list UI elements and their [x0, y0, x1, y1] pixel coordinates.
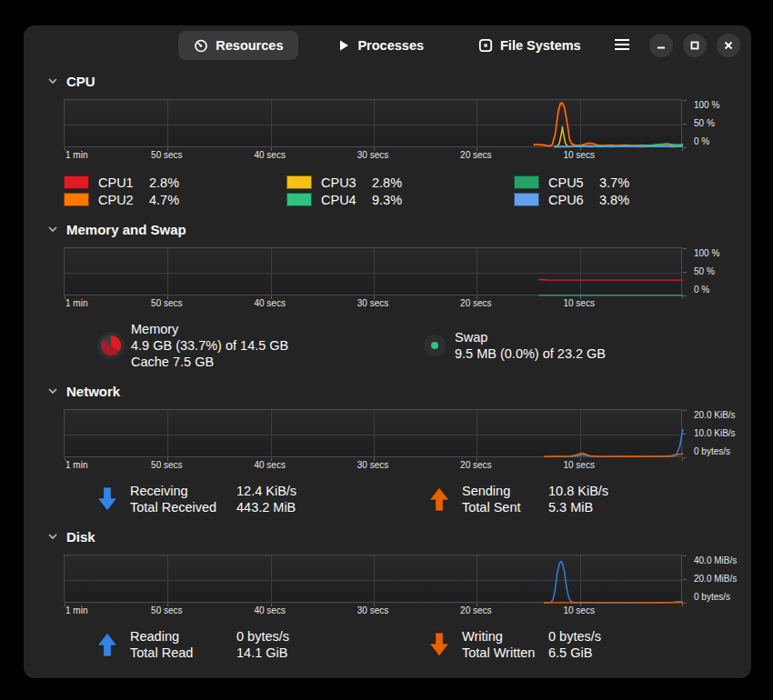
cpu2-color-swatch: [64, 193, 89, 206]
tab-processes[interactable]: Processes: [322, 31, 439, 60]
minimize-button[interactable]: [649, 34, 673, 57]
y-axis-tick-label: 50 %: [694, 266, 715, 276]
memory-chart-y-axis: 100 %50 %0 %: [688, 247, 751, 295]
memory-chart-x-axis: 1 min50 secs40 secs30 secs20 secs10 secs: [64, 298, 682, 310]
x-axis-tick-label: 40 secs: [254, 605, 285, 615]
x-axis-tick-label: 20 secs: [460, 460, 491, 470]
network-chart-y-axis: 20.0 KiB/s10.0 KiB/s0 bytes/s: [688, 409, 751, 457]
tab-resources[interactable]: Resources: [178, 31, 298, 60]
chevron-down-icon: [47, 224, 58, 235]
cpu-chart: 100 %50 %0 % 1 min50 secs40 secs30 secs2…: [64, 99, 682, 162]
network-section-header[interactable]: Network: [47, 381, 751, 401]
memory-usage: 4.9 GB (33.7%) of 14.5 GB: [131, 337, 288, 354]
memory-section-title: Memory and Swap: [66, 222, 186, 237]
x-axis-tick-label: 30 secs: [357, 298, 388, 308]
cpu4-label: CPU4: [321, 193, 365, 207]
cpu3-label: CPU3: [321, 175, 365, 190]
close-icon: [724, 39, 733, 53]
legend-item-cpu2: CPU2 4.7%: [64, 191, 286, 208]
menu-button[interactable]: [610, 35, 634, 57]
x-axis-tick-label: 1 min: [65, 298, 87, 308]
cpu5-label: CPU5: [548, 175, 592, 190]
legend-item-cpu1: CPU1 2.8%: [64, 174, 286, 191]
x-axis-tick-label: 50 secs: [151, 298, 182, 308]
legend-item-cpu5: CPU5 3.7%: [514, 174, 751, 191]
drive-icon: [478, 38, 493, 53]
legend-item-cpu4: CPU4 9.3%: [286, 191, 514, 208]
disk-details-row: Reading Total Read 0 bytes/s 14.1 GiB Wr…: [95, 628, 751, 661]
disk-chart-y-axis: 40.0 MiB/s20.0 MiB/s0 bytes/s: [688, 555, 751, 603]
legend-item-cpu6: CPU6 3.8%: [514, 191, 751, 208]
x-axis-tick-label: 50 secs: [151, 150, 182, 160]
chevron-down-icon: [47, 385, 58, 396]
disk-section-header[interactable]: Disk: [47, 526, 751, 546]
tab-file-systems-label: File Systems: [500, 38, 581, 53]
x-axis-tick-label: 50 secs: [151, 460, 182, 470]
x-axis-tick-label: 30 secs: [357, 460, 388, 470]
x-axis-tick-label: 50 secs: [151, 605, 182, 615]
x-axis-tick-label: 40 secs: [254, 150, 285, 160]
cpu-section-header[interactable]: CPU: [47, 71, 751, 91]
cpu3-value: 2.8%: [372, 175, 402, 190]
memory-pie-icon: [97, 332, 125, 359]
total-written-value: 6.5 GiB: [548, 645, 601, 661]
close-button[interactable]: [717, 34, 740, 57]
cpu6-color-swatch: [514, 193, 539, 206]
x-axis-tick-label: 10 secs: [563, 460, 594, 470]
y-axis-tick-label: 50 %: [694, 118, 715, 128]
cpu3-color-swatch: [286, 175, 312, 189]
cpu1-label: CPU1: [98, 175, 142, 190]
cpu6-value: 3.8%: [599, 193, 629, 207]
system-monitor-window: Resources Processes File Systems: [24, 25, 751, 678]
memory-section-header[interactable]: Memory and Swap: [47, 219, 751, 239]
cpu-legend: CPU1 2.8% CPU2 4.7% CPU3 2.8% CPU4 9.3%: [64, 174, 751, 208]
maximize-button[interactable]: [683, 34, 707, 57]
total-read-value: 14.1 GiB: [236, 645, 289, 661]
chevron-down-icon: [47, 531, 58, 542]
y-axis-tick-label: 10.0 KiB/s: [694, 428, 736, 438]
cpu2-value: 4.7%: [149, 193, 179, 207]
y-axis-tick-label: 0 %: [694, 136, 709, 146]
sending-details: Sending Total Sent 10.8 KiB/s 5.3 MiB: [427, 483, 608, 515]
tab-resources-label: Resources: [216, 38, 283, 53]
cpu-legend-col: CPU1 2.8% CPU2 4.7%: [64, 174, 286, 208]
tab-file-systems[interactable]: File Systems: [463, 31, 597, 60]
x-axis-tick-label: 10 secs: [563, 150, 594, 160]
receiving-rate: 12.4 KiB/s: [236, 483, 296, 499]
writing-rate: 0 bytes/s: [548, 628, 601, 645]
receiving-label: Receiving: [130, 483, 236, 499]
x-axis-tick-label: 20 secs: [460, 150, 491, 160]
cpu1-value: 2.8%: [149, 175, 179, 190]
network-chart-x-axis: 1 min50 secs40 secs30 secs20 secs10 secs: [64, 460, 682, 472]
reading-up-arrow-icon: [95, 630, 119, 659]
maximize-icon: [690, 39, 699, 53]
receiving-details: Receiving Total Received 12.4 KiB/s 443.…: [95, 483, 427, 515]
cpu-chart-x-axis: 1 min50 secs40 secs30 secs20 secs10 secs: [64, 150, 682, 162]
network-chart-plot: [64, 409, 682, 457]
disk-section-title: Disk: [66, 529, 95, 545]
view-switcher: Resources Processes File Systems: [178, 31, 596, 60]
reading-details: Reading Total Read 0 bytes/s 14.1 GiB: [95, 628, 427, 661]
x-axis-tick-label: 10 secs: [563, 605, 594, 615]
sending-rate: 10.8 KiB/s: [548, 483, 608, 499]
legend-item-cpu3: CPU3 2.8%: [286, 174, 514, 191]
receiving-down-arrow-icon: [95, 485, 119, 514]
x-axis-tick-label: 1 min: [65, 605, 87, 615]
x-axis-tick-label: 30 secs: [357, 150, 388, 160]
writing-label: Writing: [462, 628, 548, 645]
cpu5-color-swatch: [514, 175, 539, 189]
y-axis-tick-label: 100 %: [694, 248, 719, 258]
cpu-legend-col: CPU3 2.8% CPU4 9.3%: [286, 174, 514, 208]
cpu6-label: CPU6: [548, 193, 592, 207]
network-chart: 20.0 KiB/s10.0 KiB/s0 bytes/s 1 min50 se…: [64, 409, 682, 472]
total-written-label: Total Written: [462, 645, 548, 661]
chevron-down-icon: [47, 75, 58, 86]
y-axis-tick-label: 100 %: [694, 100, 719, 110]
sending-up-arrow-icon: [427, 485, 451, 514]
cpu-chart-plot: [64, 99, 682, 147]
total-received-label: Total Received: [130, 499, 236, 515]
writing-down-arrow-icon: [427, 630, 451, 659]
y-axis-tick-label: 20.0 MiB/s: [694, 574, 737, 584]
memory-cache: Cache 7.5 GB: [131, 354, 288, 370]
x-axis-tick-label: 10 secs: [563, 298, 594, 308]
